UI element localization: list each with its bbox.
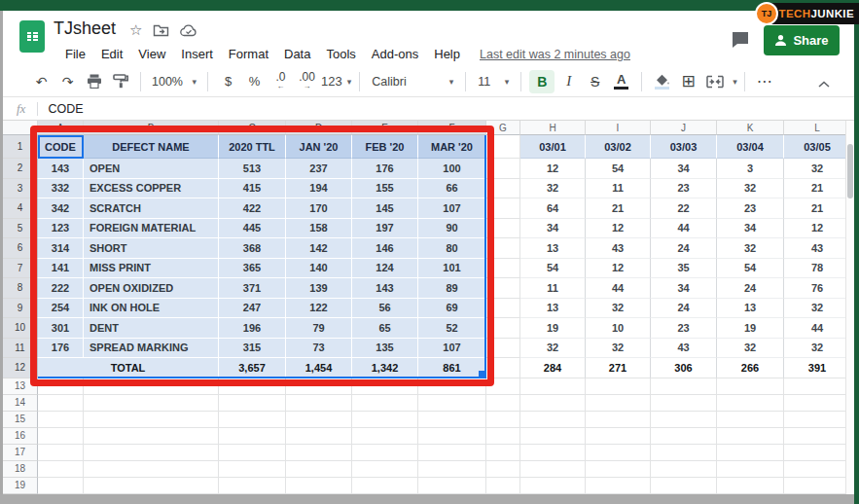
vertical-scrollbar[interactable] bbox=[845, 121, 854, 494]
cell-G2[interactable] bbox=[486, 159, 520, 179]
cell-C7[interactable]: 365 bbox=[219, 259, 286, 279]
column-header-C[interactable]: C bbox=[219, 121, 286, 135]
cell-E7[interactable]: 124 bbox=[352, 259, 418, 279]
row-header-5[interactable]: 5 bbox=[3, 219, 38, 239]
cell-B9[interactable]: INK ON HOLE bbox=[84, 299, 219, 319]
cell-I7[interactable]: 12 bbox=[586, 259, 651, 279]
increase-decimal-button[interactable]: .00→ bbox=[295, 70, 319, 93]
cell-J2[interactable]: 34 bbox=[651, 159, 717, 179]
cloud-status-icon[interactable] bbox=[180, 24, 197, 37]
cell-L12[interactable]: 391 bbox=[784, 358, 851, 378]
cell-D18[interactable] bbox=[286, 461, 352, 478]
cell-H3[interactable]: 32 bbox=[520, 179, 586, 199]
format-currency-button[interactable]: $ bbox=[216, 70, 240, 93]
column-header-B[interactable]: B bbox=[84, 121, 219, 135]
cell-B2[interactable]: OPEN bbox=[84, 159, 219, 179]
decrease-decimal-button[interactable]: .0← bbox=[268, 70, 293, 93]
cell-J12[interactable]: 306 bbox=[651, 358, 717, 378]
cell-F14[interactable] bbox=[418, 395, 486, 412]
cell-K19[interactable] bbox=[717, 478, 784, 494]
cell-I8[interactable]: 44 bbox=[586, 278, 651, 299]
cell-H10[interactable]: 19 bbox=[520, 318, 586, 339]
menu-format[interactable]: Format bbox=[221, 44, 276, 64]
cell-B7[interactable]: MISS PRINT bbox=[84, 259, 219, 279]
cell-L11[interactable]: 32 bbox=[784, 339, 851, 359]
menu-tools[interactable]: Tools bbox=[318, 44, 363, 64]
cell-G7[interactable] bbox=[486, 259, 520, 279]
cell-I19[interactable] bbox=[586, 478, 651, 494]
cell-F11[interactable]: 107 bbox=[418, 339, 486, 359]
cell-E6[interactable]: 146 bbox=[352, 238, 418, 259]
cell-I15[interactable] bbox=[586, 412, 651, 428]
column-header-A[interactable]: A bbox=[38, 121, 84, 135]
cell-F17[interactable] bbox=[418, 445, 486, 461]
comment-history-button[interactable] bbox=[728, 28, 753, 52]
cell-D6[interactable]: 142 bbox=[286, 238, 352, 259]
cell-A12-total-merged[interactable]: TOTAL bbox=[38, 358, 219, 378]
cell-E1[interactable]: FEB '20 bbox=[352, 135, 418, 159]
cell-B10[interactable]: DENT bbox=[84, 318, 219, 339]
menu-insert[interactable]: Insert bbox=[173, 44, 221, 64]
share-button[interactable]: Share bbox=[764, 25, 840, 55]
cell-A5[interactable]: 123 bbox=[38, 219, 84, 239]
cell-D16[interactable] bbox=[286, 428, 352, 445]
cell-L19[interactable] bbox=[784, 478, 851, 494]
cell-K5[interactable]: 34 bbox=[717, 219, 784, 239]
font-size-select[interactable]: 11▾ bbox=[474, 70, 513, 93]
cell-A8[interactable]: 222 bbox=[38, 278, 84, 299]
cell-I17[interactable] bbox=[586, 445, 651, 461]
cell-H4[interactable]: 64 bbox=[520, 198, 586, 219]
cell-B13[interactable] bbox=[84, 378, 219, 395]
cell-C10[interactable]: 196 bbox=[219, 318, 286, 339]
cell-G13[interactable] bbox=[486, 378, 520, 395]
row-header-10[interactable]: 10 bbox=[3, 318, 38, 339]
row-header-4[interactable]: 4 bbox=[3, 198, 38, 219]
cell-K2[interactable]: 3 bbox=[717, 159, 784, 179]
cell-E17[interactable] bbox=[352, 445, 418, 461]
paint-format-button[interactable] bbox=[108, 70, 132, 93]
row-header-19[interactable]: 19 bbox=[3, 478, 38, 494]
row-header-7[interactable]: 7 bbox=[3, 259, 38, 279]
cell-B15[interactable] bbox=[84, 412, 219, 428]
cell-C13[interactable] bbox=[219, 378, 286, 395]
cell-G5[interactable] bbox=[486, 219, 520, 239]
cell-C3[interactable]: 415 bbox=[219, 179, 286, 199]
star-icon[interactable]: ☆ bbox=[129, 22, 142, 38]
cell-C2[interactable]: 513 bbox=[219, 159, 286, 179]
cell-G15[interactable] bbox=[486, 412, 520, 428]
cell-A9[interactable]: 254 bbox=[38, 299, 84, 319]
cell-F4[interactable]: 107 bbox=[418, 198, 486, 219]
cell-L4[interactable]: 21 bbox=[784, 198, 851, 219]
cell-F2[interactable]: 100 bbox=[418, 159, 486, 179]
row-header-13[interactable]: 13 bbox=[3, 378, 38, 395]
row-header-17[interactable]: 17 bbox=[3, 445, 38, 461]
cell-F18[interactable] bbox=[418, 461, 486, 478]
cell-H1[interactable]: 03/01 bbox=[520, 135, 586, 159]
formula-bar[interactable]: fx CODE bbox=[3, 97, 854, 121]
cell-L17[interactable] bbox=[784, 445, 851, 461]
row-header-9[interactable]: 9 bbox=[3, 299, 38, 319]
sheets-logo-icon[interactable] bbox=[19, 20, 45, 53]
cell-C15[interactable] bbox=[219, 412, 286, 428]
cell-I10[interactable]: 10 bbox=[586, 318, 651, 339]
cell-E14[interactable] bbox=[352, 395, 418, 412]
column-header-E[interactable]: E bbox=[352, 121, 418, 135]
cell-D7[interactable]: 140 bbox=[286, 259, 352, 279]
cell-B6[interactable]: SHORT bbox=[84, 238, 219, 259]
cell-H5[interactable]: 34 bbox=[520, 219, 586, 239]
undo-button[interactable]: ↶ bbox=[29, 70, 54, 93]
cell-B3[interactable]: EXCESS COPPER bbox=[84, 179, 219, 199]
cell-D14[interactable] bbox=[286, 395, 352, 412]
cell-E8[interactable]: 143 bbox=[352, 278, 418, 299]
select-all-corner[interactable] bbox=[3, 121, 38, 135]
spreadsheet-grid[interactable]: ABCDEFGHIJKL1234567891011121314151617181… bbox=[3, 121, 851, 494]
cell-B4[interactable]: SCRATCH bbox=[84, 198, 219, 219]
cell-K11[interactable]: 32 bbox=[717, 339, 784, 359]
cell-B19[interactable] bbox=[84, 478, 219, 494]
cell-A1[interactable]: CODE bbox=[38, 135, 84, 159]
cell-J4[interactable]: 22 bbox=[651, 198, 717, 219]
cell-K18[interactable] bbox=[717, 461, 784, 478]
cell-G8[interactable] bbox=[486, 278, 520, 299]
cell-D13[interactable] bbox=[286, 378, 352, 395]
cell-A16[interactable] bbox=[38, 428, 84, 445]
